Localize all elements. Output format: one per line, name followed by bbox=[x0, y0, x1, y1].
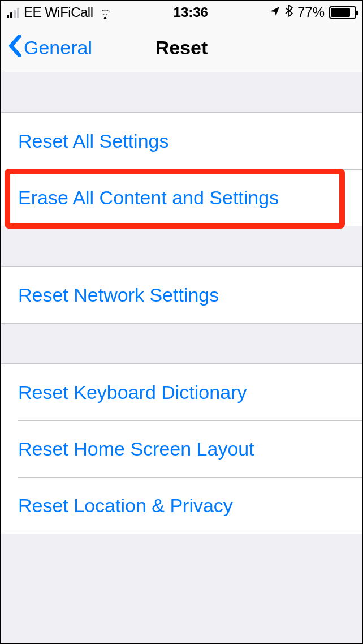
cell-label: Reset Home Screen Layout bbox=[18, 438, 254, 460]
back-label: General bbox=[24, 37, 92, 59]
status-bar: EE WiFiCall 13:36 77% bbox=[1, 1, 362, 24]
cell-label: Reset Keyboard Dictionary bbox=[18, 381, 247, 403]
nav-bar: General Reset bbox=[1, 24, 362, 72]
settings-group: Reset All Settings Erase All Content and… bbox=[1, 112, 362, 226]
chevron-left-icon bbox=[8, 35, 21, 62]
erase-all-content-row[interactable]: Erase All Content and Settings bbox=[18, 169, 362, 226]
reset-keyboard-dictionary-row[interactable]: Reset Keyboard Dictionary bbox=[1, 364, 362, 420]
reset-all-settings-row[interactable]: Reset All Settings bbox=[1, 113, 362, 169]
carrier-label: EE WiFiCall bbox=[24, 5, 93, 20]
cellular-signal-icon bbox=[7, 7, 19, 18]
section-spacer bbox=[1, 226, 362, 266]
location-icon bbox=[269, 5, 280, 20]
settings-group: Reset Keyboard Dictionary Reset Home Scr… bbox=[1, 363, 362, 534]
cell-label: Reset All Settings bbox=[18, 130, 168, 152]
settings-group: Reset Network Settings bbox=[1, 266, 362, 324]
section-spacer bbox=[1, 324, 362, 363]
bluetooth-icon bbox=[285, 5, 293, 20]
reset-home-screen-layout-row[interactable]: Reset Home Screen Layout bbox=[18, 420, 362, 477]
cell-label: Reset Network Settings bbox=[18, 284, 219, 306]
battery-percent: 77% bbox=[297, 5, 325, 20]
reset-location-privacy-row[interactable]: Reset Location & Privacy bbox=[18, 477, 362, 534]
reset-network-settings-row[interactable]: Reset Network Settings bbox=[1, 267, 362, 323]
wifi-icon bbox=[98, 7, 113, 18]
clock-time: 13:36 bbox=[174, 5, 208, 20]
section-spacer bbox=[1, 72, 362, 112]
cell-label: Erase All Content and Settings bbox=[18, 187, 279, 209]
battery-icon bbox=[329, 6, 356, 19]
back-button[interactable]: General bbox=[1, 35, 92, 62]
cell-label: Reset Location & Privacy bbox=[18, 495, 233, 517]
page-title: Reset bbox=[155, 37, 208, 59]
